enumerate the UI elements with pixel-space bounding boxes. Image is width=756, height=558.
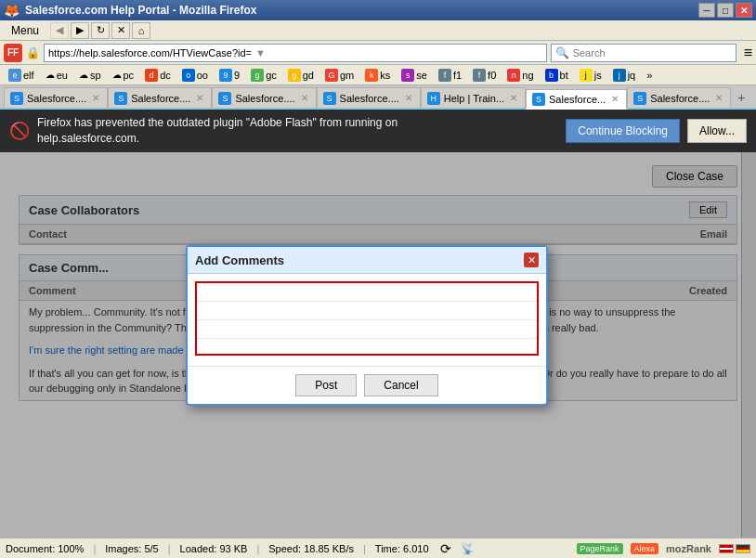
window-title: Salesforce.com Help Portal - Mozilla Fir… [25, 4, 256, 17]
modal-close-button[interactable]: ✕ [524, 253, 539, 267]
address-text: https://help.salesforce.com/HTViewCase?i… [48, 47, 252, 58]
flag-icons [719, 544, 750, 553]
stop-button[interactable]: ✕ [111, 22, 130, 39]
bookmark-dc[interactable]: ddc [140, 67, 176, 84]
bookmark-icon-elf: e [8, 69, 21, 82]
add-tab-button[interactable]: + [731, 87, 751, 108]
bookmark-jq[interactable]: jjq [608, 67, 641, 84]
status-document: Document: 100% [6, 543, 84, 554]
tab-2[interactable]: S Salesforce.... ✕ [212, 87, 316, 108]
bookmark-js[interactable]: jjs [575, 67, 606, 84]
pagerank-badge: PageRank [577, 543, 623, 554]
refresh-icon: ⟳ [440, 541, 451, 556]
search-bar[interactable]: 🔍 [551, 44, 736, 62]
bookmark-icon-js: j [580, 69, 593, 82]
title-bar: 🦊 Salesforce.com Help Portal - Mozilla F… [0, 0, 756, 20]
tab-label-5: Salesforce... [549, 94, 606, 105]
allow-button[interactable]: Allow... [687, 119, 747, 143]
bookmark-f0[interactable]: ff0 [468, 67, 501, 84]
flag-us [719, 544, 734, 553]
tab-close-1[interactable]: ✕ [196, 93, 203, 103]
bookmark-gd[interactable]: ggd [283, 67, 319, 84]
search-icon: 🔍 [555, 46, 569, 59]
bookmark-eu[interactable]: ☁eu [41, 67, 72, 84]
bookmark-sp[interactable]: ☁sp [74, 67, 106, 84]
bookmark-more[interactable]: » [642, 67, 657, 84]
bookmarks-bar: eelf ☁eu ☁sp ☁pc ddc ooo 99 ggc ggd Ggm … [0, 65, 756, 85]
tabs-bar: S Salesforce.... ✕ S Salesforce.... ✕ S … [0, 85, 756, 110]
tab-label-2: Salesforce.... [235, 93, 294, 104]
tab-close-4[interactable]: ✕ [510, 93, 517, 103]
bookmark-pc[interactable]: ☁pc [108, 67, 139, 84]
modal-header: Add Comments ✕ [188, 247, 546, 274]
home-button[interactable]: ⌂ [132, 22, 150, 39]
tab-icon-6: S [633, 92, 646, 105]
bookmark-oo[interactable]: ooo [177, 67, 213, 84]
tab-icon-1: S [114, 92, 127, 105]
bookmark-icon-gc: g [251, 69, 264, 82]
dropdown-icon[interactable]: ▼ [255, 47, 266, 58]
tab-close-5[interactable]: ✕ [611, 94, 619, 104]
address-bar: FF 🔒 https://help.salesforce.com/HTViewC… [0, 41, 756, 65]
tab-close-3[interactable]: ✕ [405, 93, 412, 103]
tab-label-4: Help | Train... [444, 93, 504, 104]
bookmark-icon-se: s [401, 69, 414, 82]
add-comments-modal: Add Comments ✕ Post Cancel [186, 245, 548, 406]
status-right: PageRank Alexa mozRank [577, 543, 750, 554]
bookmark-icon-ks: k [365, 69, 378, 82]
address-input[interactable]: https://help.salesforce.com/HTViewCase?i… [44, 44, 547, 62]
bookmark-9[interactable]: 99 [215, 67, 244, 84]
bookmark-ks[interactable]: kks [360, 67, 395, 84]
forward-button[interactable]: ▶ [71, 22, 89, 39]
tab-label-3: Salesforce.... [340, 93, 399, 104]
status-images: Images: 5/5 [105, 543, 158, 554]
status-bar: Document: 100% | Images: 5/5 | Loaded: 9… [0, 538, 756, 558]
menu-bar: Menu ◀ ▶ ↻ ✕ ⌂ [0, 20, 756, 41]
modal-footer: Post Cancel [188, 366, 546, 404]
menu-item-menu[interactable]: Menu [4, 22, 46, 39]
bookmark-ng[interactable]: nng [502, 67, 538, 84]
mozrank-badge: mozRank [666, 543, 711, 554]
tab-close-6[interactable]: ✕ [715, 93, 723, 103]
tab-label-6: Salesforce.... [650, 93, 710, 104]
content-area: Close Case Case Collaborators Edit Conta… [0, 152, 756, 538]
tab-label-0: Salesforce.... [27, 93, 86, 104]
rss-icon: 📡 [461, 542, 475, 555]
comment-textarea[interactable] [195, 281, 539, 356]
post-button[interactable]: Post [295, 374, 357, 396]
hamburger-menu[interactable]: ≡ [744, 45, 752, 61]
bookmark-se[interactable]: sse [397, 67, 432, 84]
tab-5[interactable]: S Salesforce... ✕ [526, 89, 627, 110]
bookmark-icon-gm: G [325, 69, 338, 82]
bookmark-bt[interactable]: bbt [541, 67, 573, 84]
minimize-button[interactable]: ─ [698, 3, 715, 18]
tab-icon-3: S [323, 92, 336, 105]
search-input[interactable] [573, 47, 722, 58]
tab-label-1: Salesforce.... [131, 93, 190, 104]
modal-title: Add Comments [195, 253, 284, 267]
cancel-button[interactable]: Cancel [364, 374, 437, 396]
close-button[interactable]: ✕ [736, 3, 752, 18]
back-button[interactable]: ◀ [50, 22, 69, 39]
tab-1[interactable]: S Salesforce.... ✕ [108, 87, 212, 108]
tab-3[interactable]: S Salesforce.... ✕ [317, 87, 421, 108]
tab-6[interactable]: S Salesforce.... ✕ [627, 87, 731, 108]
bookmark-f1[interactable]: ff1 [434, 67, 466, 84]
bookmark-gc[interactable]: ggc [246, 67, 281, 84]
tab-close-0[interactable]: ✕ [92, 93, 99, 103]
status-loaded: Loaded: 93 KB [180, 543, 248, 554]
bookmark-elf[interactable]: eelf [4, 67, 39, 84]
maximize-button[interactable]: □ [717, 3, 734, 18]
reload-button[interactable]: ↻ [91, 22, 110, 39]
continue-blocking-button[interactable]: Continue Blocking [566, 119, 680, 143]
window-controls: ─ □ ✕ [698, 3, 752, 18]
bookmark-icon-9: 9 [219, 69, 232, 82]
tab-0[interactable]: S Salesforce.... ✕ [4, 87, 108, 108]
bookmark-icon-dc: d [145, 69, 158, 82]
bookmark-icon-jq: j [613, 69, 626, 82]
tab-close-2[interactable]: ✕ [301, 93, 308, 103]
tab-4[interactable]: H Help | Train... ✕ [421, 87, 526, 108]
flash-warning-text: Firefox has prevented the outdated plugi… [37, 115, 558, 147]
status-speed: Speed: 18.85 KB/s [268, 543, 354, 554]
bookmark-gm[interactable]: Ggm [320, 67, 358, 84]
